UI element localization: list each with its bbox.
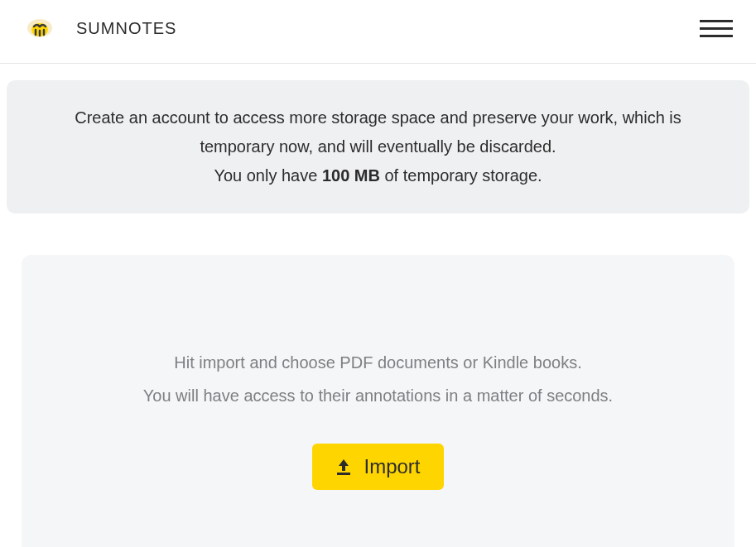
hamburger-menu-icon[interactable]	[696, 17, 736, 41]
import-instruction-line1: Hit import and choose PDF documents or K…	[55, 346, 701, 379]
import-button-label: Import	[364, 455, 420, 478]
main-container: Create an account to access more storage…	[0, 64, 756, 547]
import-card: Hit import and choose PDF documents or K…	[22, 255, 734, 547]
import-button[interactable]: Import	[312, 444, 443, 490]
notice-suffix: of temporary storage.	[380, 166, 542, 185]
import-instruction-line2: You will have access to their annotation…	[55, 379, 701, 412]
main-header: SUMNOTES	[0, 0, 756, 64]
bee-logo-icon	[20, 12, 60, 45]
notice-text-line2: You only have 100 MB of temporary storag…	[40, 161, 716, 190]
brand-name: SUMNOTES	[76, 19, 176, 38]
storage-amount: 100 MB	[322, 166, 380, 185]
brand[interactable]: SUMNOTES	[20, 12, 176, 45]
account-notice: Create an account to access more storage…	[7, 80, 749, 214]
svg-rect-5	[337, 473, 350, 475]
notice-text-line1: Create an account to access more storage…	[40, 103, 716, 161]
upload-icon	[335, 458, 352, 476]
notice-prefix: You only have	[214, 166, 321, 185]
